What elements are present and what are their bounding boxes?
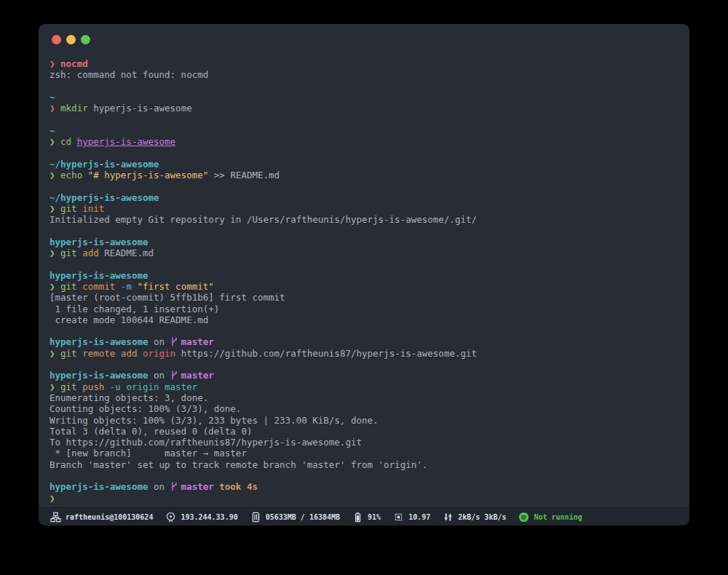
terminal-line: ❯ git remote add origin https://github.c… bbox=[50, 348, 684, 359]
terminal-line: ❯ bbox=[50, 493, 684, 504]
terminal-line: ❯ mkdir hyperjs-is-awesome bbox=[50, 103, 684, 114]
battery-icon bbox=[352, 512, 363, 523]
terminal-text: add bbox=[121, 348, 143, 359]
terminal-text: commit bbox=[82, 281, 121, 292]
terminal-line bbox=[50, 325, 684, 336]
terminal-text: ❯ bbox=[50, 170, 60, 181]
terminal-text: Enumerating objects: 3, done. bbox=[50, 392, 208, 403]
terminal-line: 1 file changed, 1 insertion(+) bbox=[50, 304, 684, 314]
terminal-text: README.md bbox=[104, 247, 154, 258]
terminal-text: echo bbox=[60, 170, 88, 181]
terminal-text: origin master bbox=[126, 381, 197, 392]
close-button[interactable] bbox=[52, 35, 61, 44]
terminal-line: Counting objects: 100% (3/3), done. bbox=[50, 403, 684, 414]
terminal-text: ❯ bbox=[50, 281, 60, 292]
terminal-line bbox=[50, 147, 684, 158]
terminal-text: git bbox=[60, 203, 82, 214]
minimize-button[interactable] bbox=[66, 35, 76, 44]
terminal-text: git bbox=[60, 247, 82, 258]
terminal-text: -m bbox=[121, 281, 138, 292]
titlebar[interactable] bbox=[39, 24, 689, 55]
terminal-text: ❯ bbox=[50, 203, 60, 214]
terminal-text: 1 file changed, 1 insertion(+) bbox=[50, 304, 219, 314]
terminal-line bbox=[50, 114, 684, 124]
terminal-line: Initialized empty Git repository in /Use… bbox=[50, 214, 684, 225]
terminal-line bbox=[50, 225, 684, 236]
terminal-line bbox=[50, 470, 684, 481]
terminal-line: ❯ git push -u origin master bbox=[50, 381, 684, 392]
terminal-line bbox=[50, 181, 684, 191]
terminal-text: ❯ bbox=[50, 247, 60, 258]
terminal-text: ❯ bbox=[50, 381, 60, 392]
terminal-text: hyperjs-is-awesome bbox=[50, 370, 148, 381]
terminal-line: ❯ nocmd bbox=[50, 58, 684, 69]
terminal-text: ~ bbox=[50, 92, 55, 103]
terminal-text: origin bbox=[143, 348, 181, 359]
terminal-text: add bbox=[82, 247, 104, 258]
radio-tower-icon bbox=[165, 512, 176, 523]
terminal-text: "# hyperjs-is-awesome" bbox=[88, 170, 209, 181]
status-item-cpu: 10.97 bbox=[393, 512, 430, 523]
terminal-text: push bbox=[82, 381, 110, 392]
zoom-button[interactable] bbox=[81, 35, 90, 44]
terminal-line: To https://github.com/raftheunis87/hyper… bbox=[50, 437, 684, 448]
terminal-line: zsh: command not found: nocmd bbox=[50, 69, 684, 80]
terminal-text: ❯ bbox=[50, 103, 60, 114]
terminal-text: create mode 100644 README.md bbox=[50, 314, 208, 325]
terminal-text: hyperjs-is-awesome bbox=[50, 270, 148, 281]
terminal-line: Writing objects: 100% (3/3), 233 bytes |… bbox=[50, 415, 684, 426]
terminal-text: ❯ bbox=[50, 493, 55, 504]
status-label: raftheunis@100130624 bbox=[66, 513, 153, 521]
terminal-text: git bbox=[60, 281, 82, 292]
terminal-line: ❯ git init bbox=[50, 203, 684, 214]
terminal-text: * [new branch] master → master bbox=[50, 448, 247, 459]
spotify-icon bbox=[518, 512, 529, 523]
terminal-text: zsh: command not found: nocmd bbox=[50, 69, 208, 80]
terminal-text: ~/hyperjs-is-awesome bbox=[50, 159, 159, 170]
cpu-icon bbox=[393, 512, 404, 523]
terminal-line: ~ bbox=[50, 125, 684, 136]
terminal-line: Total 3 (delta 0), reused 0 (delta 0) bbox=[50, 426, 684, 437]
terminal-text: ❯ bbox=[50, 136, 60, 147]
terminal-text: [master (root-commit) 5ffb1b6] first com… bbox=[50, 292, 285, 303]
git-branch-icon bbox=[170, 481, 181, 492]
terminal-text: To https://github.com/raftheunis87/hyper… bbox=[50, 437, 362, 448]
terminal-line: ❯ git add README.md bbox=[50, 247, 684, 258]
terminal-text: hyperjs-is-awesome bbox=[77, 136, 175, 147]
terminal-line: hyperjs-is-awesome bbox=[50, 270, 684, 281]
terminal-window: ❯ nocmdzsh: command not found: nocmd~❯ m… bbox=[39, 24, 689, 526]
terminal-text: "first commit" bbox=[137, 281, 213, 292]
terminal-text: git bbox=[60, 381, 82, 392]
terminal-text: hyperjs-is-awesome bbox=[50, 481, 148, 492]
terminal-line: ~/hyperjs-is-awesome bbox=[50, 159, 684, 170]
terminal-text: on bbox=[148, 370, 170, 381]
status-item-battery: 91% bbox=[352, 512, 381, 523]
terminal-line bbox=[50, 258, 684, 269]
terminal-text: >> README.md bbox=[208, 170, 280, 181]
status-label: 05633MB / 16384MB bbox=[266, 513, 340, 521]
terminal-line: ~ bbox=[50, 92, 684, 103]
status-label: 193.244.33.90 bbox=[181, 513, 237, 521]
terminal-line: * [new branch] master → master bbox=[50, 448, 684, 459]
status-item-computer-network: raftheunis@100130624 bbox=[50, 512, 153, 523]
terminal-line: hyperjs-is-awesome on master bbox=[50, 336, 684, 347]
terminal-text: Writing objects: 100% (3/3), 233 bytes |… bbox=[50, 415, 379, 426]
terminal-text: master bbox=[181, 336, 214, 347]
terminal-text: hyperjs-is-awesome bbox=[50, 237, 148, 247]
git-branch-icon bbox=[170, 336, 181, 347]
terminal-text: ~ bbox=[50, 125, 55, 136]
terminal-line: hyperjs-is-awesome bbox=[50, 237, 684, 247]
status-item-updown-arrows: 2kB/s 3kB/s bbox=[443, 512, 506, 523]
terminal[interactable]: ❯ nocmdzsh: command not found: nocmd~❯ m… bbox=[50, 58, 684, 504]
terminal-text: ❯ bbox=[50, 348, 60, 359]
terminal-text: remote bbox=[82, 348, 121, 359]
terminal-text: hyperjs-is-awesome bbox=[93, 103, 191, 114]
terminal-text: cd bbox=[60, 136, 77, 147]
terminal-text: master bbox=[181, 481, 220, 492]
terminal-line bbox=[50, 359, 684, 370]
status-item-radio-tower: 193.244.33.90 bbox=[165, 512, 237, 523]
memory-icon bbox=[250, 512, 261, 523]
terminal-text: on bbox=[148, 336, 170, 347]
status-item-spotify: Not running bbox=[518, 512, 582, 523]
status-label: 91% bbox=[368, 513, 381, 521]
